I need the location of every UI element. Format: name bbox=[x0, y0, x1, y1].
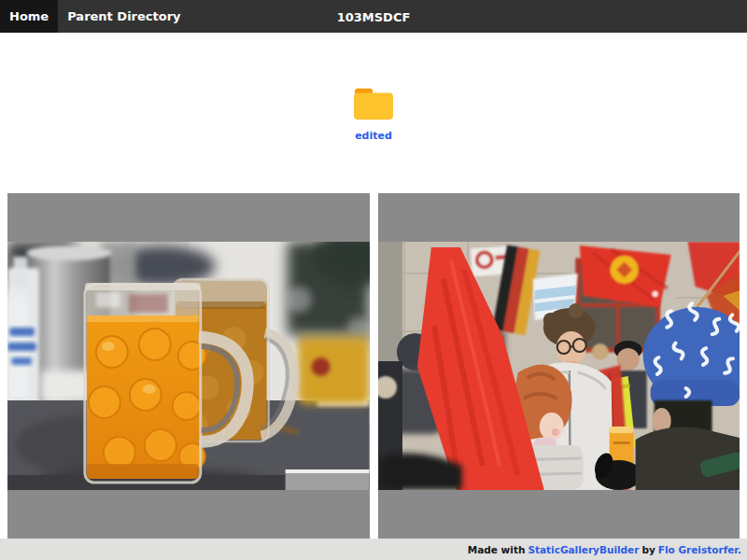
photo-orange-juice-mugs bbox=[7, 242, 370, 490]
photo-protest-red-flags bbox=[378, 242, 740, 490]
footer: Made with StaticGalleryBuilder by Flo Gr… bbox=[0, 539, 747, 560]
builder-link[interactable]: StaticGalleryBuilder bbox=[528, 544, 639, 555]
nav-item-parent-directory[interactable]: Parent Directory bbox=[58, 0, 190, 33]
navbar: Home Parent Directory 103MSDCF bbox=[0, 0, 747, 33]
gallery-item-1[interactable] bbox=[7, 193, 370, 539]
folder-link-edited[interactable]: edited bbox=[350, 85, 397, 142]
gallery-grid bbox=[0, 193, 747, 539]
author-link[interactable]: Flo Greistorfer. bbox=[658, 544, 741, 555]
folder-label: edited bbox=[355, 130, 392, 142]
footer-made-with-text: Made with bbox=[468, 544, 526, 555]
gallery-item-2[interactable] bbox=[378, 193, 740, 539]
folder-icon bbox=[350, 85, 397, 122]
page-title: 103MSDCF bbox=[337, 9, 411, 23]
folder-section: edited bbox=[0, 85, 747, 142]
nav-item-home[interactable]: Home bbox=[0, 0, 58, 33]
footer-by-text: by bbox=[641, 544, 655, 555]
